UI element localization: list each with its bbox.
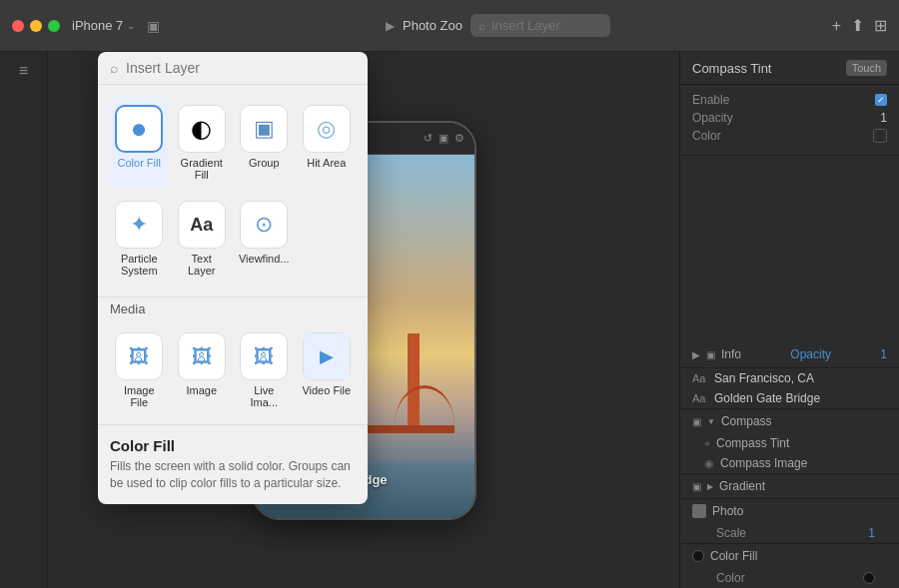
color-label: Color	[692, 129, 721, 143]
compass-grid-icon: ▣	[692, 416, 701, 427]
list-item[interactable]: ▣ Group	[235, 97, 294, 189]
list-item[interactable]: ▶ Video File	[298, 324, 357, 416]
group-icon: ▣	[240, 105, 288, 153]
list-item[interactable]: ◐ Gradient Fill	[172, 97, 230, 189]
right-panel: Compass Tint Touch Enable ✓ Opacity 1 Co…	[679, 52, 899, 588]
right-panel-spacer	[680, 156, 899, 341]
chevron-icon: ⌄	[127, 20, 135, 31]
titlebar-right: + ⬆ ⊞	[832, 16, 887, 35]
image-file-icon: 🖼	[115, 332, 163, 380]
color-fill-section-label: Color Fill	[710, 549, 757, 563]
live-image-icon: 🖼	[240, 332, 288, 380]
video-icon[interactable]: ▣	[439, 132, 449, 145]
video-file-label: Video File	[302, 384, 351, 396]
list-item[interactable]: Aa Text Layer	[172, 193, 230, 285]
gradient-triangle-icon: ▶	[707, 482, 713, 491]
info-grid-icon: ▣	[706, 349, 715, 360]
maximize-button[interactable]	[48, 20, 60, 32]
color-fill-black-dot[interactable]	[863, 572, 875, 584]
scale-value: 1	[868, 526, 875, 540]
color-fill-dot	[692, 550, 704, 562]
compass-image-icon: ◉	[704, 457, 714, 470]
list-item[interactable]: ● Color Fill	[110, 97, 168, 189]
layer-description-title: Color Fill	[110, 437, 356, 454]
color-fill-color-row: Color	[680, 568, 899, 588]
list-item[interactable]: 🖼 Image	[173, 324, 232, 416]
device-name: iPhone 7	[72, 18, 123, 33]
refresh-icon[interactable]: ↺	[424, 132, 433, 145]
right-panel-header: Compass Tint Touch	[680, 52, 899, 85]
search-input[interactable]	[491, 18, 602, 33]
aa-label-2: Aa	[692, 392, 708, 404]
compass-tint-icon: ⌖	[704, 437, 710, 450]
right-panel-title: Compass Tint	[692, 61, 771, 76]
image-file-label: Image File	[114, 384, 165, 408]
text-layer-label: Text Layer	[176, 253, 226, 277]
list-item[interactable]: ⊙ Viewfind...	[235, 193, 294, 285]
layer-search-icon: ⌕	[110, 60, 118, 76]
color-fill-section: Color Fill	[680, 543, 899, 568]
enable-label: Enable	[692, 93, 729, 107]
list-item[interactable]: ✦ Particle System	[110, 193, 168, 285]
canvas-area: ↺ ▣ ⚙ ◎ Golden Gate Bridge	[48, 52, 679, 588]
text-layer-icon: Aa	[178, 201, 226, 249]
layer-picker-popup: ⌕ ● Color Fill ◐ Gradient Fill	[98, 52, 368, 504]
color-row: Color	[692, 129, 887, 143]
image-label: Image	[186, 384, 217, 396]
info-label: Info	[721, 347, 741, 361]
grid-view-icon[interactable]: ⊞	[874, 16, 887, 35]
video-file-icon: ▶	[303, 332, 351, 380]
settings-icon[interactable]: ⚙	[454, 132, 464, 145]
close-button[interactable]	[12, 20, 24, 32]
viewfinder-icon: ⊙	[240, 201, 288, 249]
info-opacity-label: Opacity	[790, 347, 831, 361]
opacity-row: Opacity 1	[692, 111, 887, 125]
breadcrumb-label: Photo Zoo	[403, 18, 462, 33]
device-icon: ▣	[147, 18, 160, 34]
layer-description: Color Fill Fills the screen with a solid…	[98, 424, 368, 504]
color-fill-icon: ●	[115, 105, 163, 153]
gradient-fill-icon: ◐	[178, 105, 226, 153]
text-value-2: Golden Gate Bridge	[714, 391, 820, 405]
hit-area-icon: ◎	[303, 105, 351, 153]
compass-tint-row[interactable]: ⌖ Compass Tint	[680, 433, 899, 453]
hamburger-menu-icon[interactable]: ≡	[19, 62, 28, 80]
layer-search-input[interactable]	[126, 60, 356, 76]
layer-grid: ● Color Fill ◐ Gradient Fill ▣ Group	[98, 85, 368, 296]
iphone-top-icons: ↺ ▣ ⚙	[424, 132, 464, 145]
opacity-label: Opacity	[692, 111, 733, 125]
scale-row: Scale 1	[680, 523, 899, 543]
info-section-header: ▶ ▣ Info Opacity 1	[680, 341, 899, 368]
media-grid: 🖼 Image File 🖼 Image 🖼 Live Ima...	[98, 324, 368, 424]
particle-system-label: Particle System	[114, 253, 164, 277]
gradient-row: ▣ ▶ Gradient	[680, 473, 899, 498]
color-fill-color-label: Color	[716, 571, 745, 585]
list-item[interactable]: 🖼 Image File	[110, 324, 169, 416]
image-icon: 🖼	[178, 332, 226, 380]
viewfinder-label: Viewfind...	[239, 253, 290, 265]
compass-tint-label: Compass Tint	[716, 436, 789, 450]
photo-label: Photo	[712, 504, 743, 518]
device-selector[interactable]: iPhone 7 ⌄ ▣	[72, 18, 160, 34]
list-item[interactable]: ◎ Hit Area	[298, 97, 356, 189]
search-icon: ⌕	[478, 19, 485, 33]
particle-system-icon: ✦	[115, 201, 163, 249]
search-bar[interactable]: ⌕	[470, 14, 610, 37]
live-image-label: Live Ima...	[239, 384, 290, 408]
compass-image-row[interactable]: ◉ Compass Image	[680, 453, 899, 473]
gradient-label: Gradient	[719, 479, 765, 493]
photo-icon	[692, 504, 706, 518]
minimize-button[interactable]	[30, 20, 42, 32]
group-label: Group	[249, 157, 280, 169]
media-section-title: Media	[98, 296, 368, 324]
compass-image-label: Compass Image	[720, 456, 807, 470]
touch-badge: Touch	[846, 60, 887, 76]
left-panel: ≡	[0, 52, 48, 588]
share-icon[interactable]: ⬆	[851, 16, 864, 35]
text-row-2: Aa Golden Gate Bridge	[680, 388, 899, 408]
enable-row: Enable ✓	[692, 93, 887, 107]
color-swatch[interactable]	[873, 129, 887, 143]
list-item[interactable]: 🖼 Live Ima...	[235, 324, 294, 416]
enable-checkbox[interactable]: ✓	[875, 94, 887, 106]
add-button[interactable]: +	[832, 17, 841, 35]
